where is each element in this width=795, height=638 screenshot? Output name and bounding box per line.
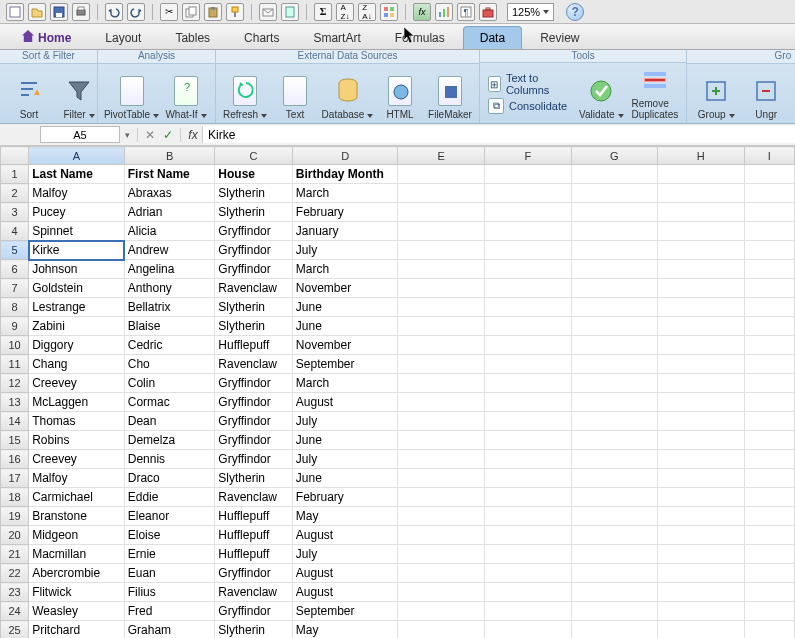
- cell-I11[interactable]: [744, 355, 794, 374]
- cell-G9[interactable]: [571, 317, 658, 336]
- cell-D10[interactable]: November: [292, 336, 398, 355]
- formula-input[interactable]: [202, 126, 795, 143]
- ungroup-button[interactable]: Ungr: [745, 75, 787, 120]
- cell-A23[interactable]: Flitwick: [29, 583, 125, 602]
- cut-icon[interactable]: ✂: [160, 3, 178, 21]
- cell-B25[interactable]: Graham: [124, 621, 215, 639]
- cell-A19[interactable]: Branstone: [29, 507, 125, 526]
- cell-F17[interactable]: [485, 469, 572, 488]
- cell-H5[interactable]: [658, 241, 745, 260]
- cell-A13[interactable]: McLaggen: [29, 393, 125, 412]
- cell-A17[interactable]: Malfoy: [29, 469, 125, 488]
- paste-icon[interactable]: [204, 3, 222, 21]
- cell-I20[interactable]: [744, 526, 794, 545]
- import-filemaker-button[interactable]: FileMaker: [429, 75, 471, 120]
- filter-button[interactable]: Filter: [58, 75, 100, 120]
- gallery-icon[interactable]: [380, 3, 398, 21]
- cell-I22[interactable]: [744, 564, 794, 583]
- row-header-3[interactable]: 3: [1, 203, 29, 222]
- cell-G12[interactable]: [571, 374, 658, 393]
- toolbox-icon[interactable]: [479, 3, 497, 21]
- cell-E16[interactable]: [398, 450, 485, 469]
- cell-F25[interactable]: [485, 621, 572, 639]
- cell-B4[interactable]: Alicia: [124, 222, 215, 241]
- import-html-button[interactable]: HTML: [379, 75, 421, 120]
- cell-C19[interactable]: Hufflepuff: [215, 507, 292, 526]
- cell-C6[interactable]: Gryffindor: [215, 260, 292, 279]
- cell-H23[interactable]: [658, 583, 745, 602]
- cell-C25[interactable]: Slytherin: [215, 621, 292, 639]
- cell-I25[interactable]: [744, 621, 794, 639]
- cell-H22[interactable]: [658, 564, 745, 583]
- cell-A24[interactable]: Weasley: [29, 602, 125, 621]
- cell-I18[interactable]: [744, 488, 794, 507]
- cell-H12[interactable]: [658, 374, 745, 393]
- cell-H18[interactable]: [658, 488, 745, 507]
- cell-D19[interactable]: May: [292, 507, 398, 526]
- import-text-button[interactable]: Text: [274, 75, 316, 120]
- cell-I7[interactable]: [744, 279, 794, 298]
- validate-button[interactable]: Validate: [579, 75, 623, 120]
- row-header-6[interactable]: 6: [1, 260, 29, 279]
- tab-data[interactable]: Data: [463, 26, 522, 49]
- row-header-12[interactable]: 12: [1, 374, 29, 393]
- cell-B17[interactable]: Draco: [124, 469, 215, 488]
- row-header-8[interactable]: 8: [1, 298, 29, 317]
- cell-G18[interactable]: [571, 488, 658, 507]
- cell-E9[interactable]: [398, 317, 485, 336]
- cell-F11[interactable]: [485, 355, 572, 374]
- cell-C4[interactable]: Gryffindor: [215, 222, 292, 241]
- cell-H4[interactable]: [658, 222, 745, 241]
- format-painter-icon[interactable]: [226, 3, 244, 21]
- row-header-9[interactable]: 9: [1, 317, 29, 336]
- cell-G6[interactable]: [571, 260, 658, 279]
- cell-H9[interactable]: [658, 317, 745, 336]
- cell-F15[interactable]: [485, 431, 572, 450]
- cell-E10[interactable]: [398, 336, 485, 355]
- cell-B9[interactable]: Blaise: [124, 317, 215, 336]
- cell-A20[interactable]: Midgeon: [29, 526, 125, 545]
- cell-E18[interactable]: [398, 488, 485, 507]
- new-icon[interactable]: [6, 3, 24, 21]
- cell-H19[interactable]: [658, 507, 745, 526]
- sort-asc-icon[interactable]: AZ↓: [336, 3, 354, 21]
- cell-C7[interactable]: Ravenclaw: [215, 279, 292, 298]
- cell-G17[interactable]: [571, 469, 658, 488]
- cell-A12[interactable]: Creevey: [29, 374, 125, 393]
- undo-icon[interactable]: [105, 3, 123, 21]
- cell-G22[interactable]: [571, 564, 658, 583]
- cell-H17[interactable]: [658, 469, 745, 488]
- cell-E22[interactable]: [398, 564, 485, 583]
- row-header-24[interactable]: 24: [1, 602, 29, 621]
- cell-I8[interactable]: [744, 298, 794, 317]
- chart-icon[interactable]: [435, 3, 453, 21]
- cell-H10[interactable]: [658, 336, 745, 355]
- cell-D11[interactable]: September: [292, 355, 398, 374]
- cell-H25[interactable]: [658, 621, 745, 639]
- cell-F1[interactable]: [485, 165, 572, 184]
- cell-F21[interactable]: [485, 545, 572, 564]
- cell-B5[interactable]: Andrew: [124, 241, 215, 260]
- pivottable-button[interactable]: PivotTable: [106, 75, 157, 120]
- cell-C16[interactable]: Gryffindor: [215, 450, 292, 469]
- cell-D3[interactable]: February: [292, 203, 398, 222]
- cell-E24[interactable]: [398, 602, 485, 621]
- cell-B20[interactable]: Eloise: [124, 526, 215, 545]
- cell-E15[interactable]: [398, 431, 485, 450]
- cell-B3[interactable]: Adrian: [124, 203, 215, 222]
- cell-C17[interactable]: Slytherin: [215, 469, 292, 488]
- cell-H14[interactable]: [658, 412, 745, 431]
- cell-G25[interactable]: [571, 621, 658, 639]
- cell-F9[interactable]: [485, 317, 572, 336]
- cell-B1[interactable]: First Name: [124, 165, 215, 184]
- cell-B19[interactable]: Eleanor: [124, 507, 215, 526]
- cell-G11[interactable]: [571, 355, 658, 374]
- cell-D9[interactable]: June: [292, 317, 398, 336]
- cell-B16[interactable]: Dennis: [124, 450, 215, 469]
- cell-E8[interactable]: [398, 298, 485, 317]
- cell-E11[interactable]: [398, 355, 485, 374]
- row-header-11[interactable]: 11: [1, 355, 29, 374]
- cell-D20[interactable]: August: [292, 526, 398, 545]
- cell-F8[interactable]: [485, 298, 572, 317]
- cell-H1[interactable]: [658, 165, 745, 184]
